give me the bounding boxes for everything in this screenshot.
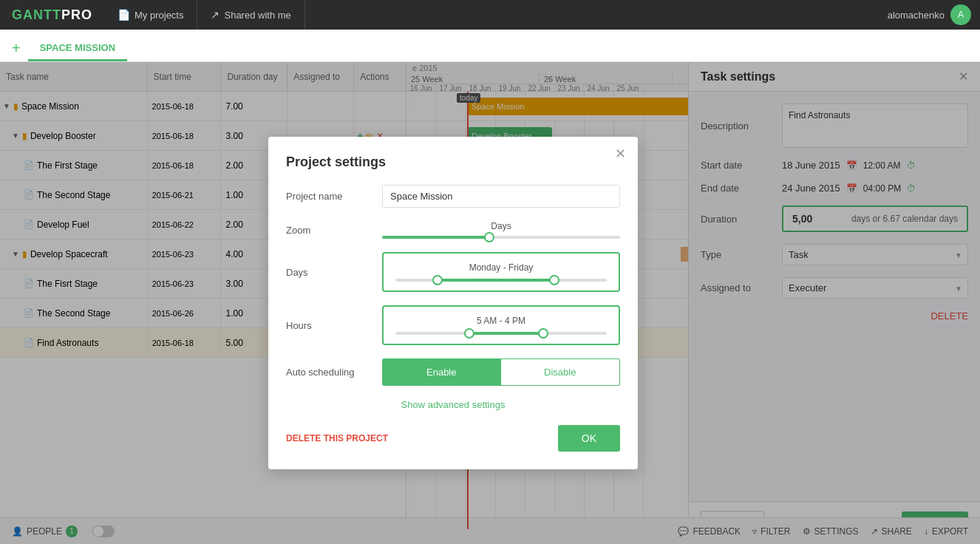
- delete-project-button[interactable]: DELETE THIS PROJECT: [286, 433, 388, 443]
- hours-right-thumb[interactable]: [538, 328, 548, 339]
- days-row: Days Monday - Friday: [286, 252, 620, 292]
- days-value-label: Monday - Friday: [395, 262, 607, 273]
- document-icon: 📄: [118, 9, 130, 21]
- days-right-thumb[interactable]: [549, 275, 559, 285]
- project-settings-modal: Project settings ✕ Project name Zoom Day…: [268, 137, 638, 469]
- my-projects-tab[interactable]: 📄 My projects: [104, 0, 197, 30]
- shared-with-me-tab[interactable]: ↗ Shared with me: [197, 0, 304, 30]
- auto-scheduling-row: Auto scheduling Enable Disable: [286, 358, 620, 386]
- modal-title: Project settings: [286, 154, 620, 170]
- disable-button[interactable]: Disable: [501, 358, 621, 386]
- project-name-input[interactable]: [382, 185, 620, 208]
- modal-overlay[interactable]: Project settings ✕ Project name Zoom Day…: [0, 62, 980, 544]
- project-tab[interactable]: SPACE MISSION: [28, 36, 127, 61]
- ok-button[interactable]: OK: [558, 425, 620, 452]
- share-icon: ↗: [211, 9, 220, 21]
- days-left-thumb[interactable]: [432, 275, 443, 285]
- modal-close-button[interactable]: ✕: [615, 146, 626, 162]
- add-button[interactable]: +: [12, 41, 21, 55]
- hours-value-label: 5 AM - 4 PM: [395, 316, 607, 326]
- my-projects-label: My projects: [135, 10, 183, 21]
- user-area: alomachenko A: [888, 4, 980, 25]
- top-nav: GANTTPRO 📄 My projects ↗ Shared with me …: [0, 0, 980, 30]
- hours-slider[interactable]: [395, 332, 607, 335]
- modal-footer: DELETE THIS PROJECT OK: [286, 425, 620, 452]
- days-fill: [438, 279, 554, 282]
- hours-fill: [469, 332, 543, 335]
- auto-scheduling-label: Auto scheduling: [286, 367, 382, 378]
- project-name-row: Project name: [286, 185, 620, 208]
- shared-label: Shared with me: [224, 10, 290, 21]
- days-box: Monday - Friday: [382, 252, 620, 292]
- zoom-thumb[interactable]: [484, 232, 494, 242]
- hours-left-thumb[interactable]: [464, 328, 474, 339]
- days-slider[interactable]: [395, 279, 607, 282]
- enable-button[interactable]: Enable: [382, 358, 501, 386]
- user-avatar[interactable]: A: [950, 4, 971, 25]
- zoom-fill: [382, 236, 489, 239]
- hours-label: Hours: [286, 320, 382, 331]
- auto-scheduling-toggle: Enable Disable: [382, 358, 620, 386]
- zoom-slider[interactable]: Days: [382, 221, 620, 239]
- app-logo: GANTTPRO: [0, 0, 104, 30]
- hours-box: 5 AM - 4 PM: [382, 305, 620, 345]
- show-advanced-link[interactable]: Show advanced settings: [286, 399, 620, 410]
- zoom-level-label: Days: [382, 221, 620, 231]
- zoom-row: Zoom Days: [286, 221, 620, 239]
- logo-pro: PRO: [61, 7, 92, 23]
- zoom-track: [382, 236, 620, 239]
- project-name-label: Project name: [286, 191, 382, 202]
- sub-nav: + SPACE MISSION: [0, 30, 980, 62]
- logo-gantt: GANTT: [12, 7, 61, 23]
- username: alomachenko: [888, 10, 945, 21]
- days-label: Days: [286, 267, 382, 278]
- project-tab-label: SPACE MISSION: [40, 42, 115, 53]
- main-area: Task name Start time Duration day Assign…: [0, 62, 980, 544]
- hours-row: Hours 5 AM - 4 PM: [286, 305, 620, 345]
- zoom-label: Zoom: [286, 225, 382, 236]
